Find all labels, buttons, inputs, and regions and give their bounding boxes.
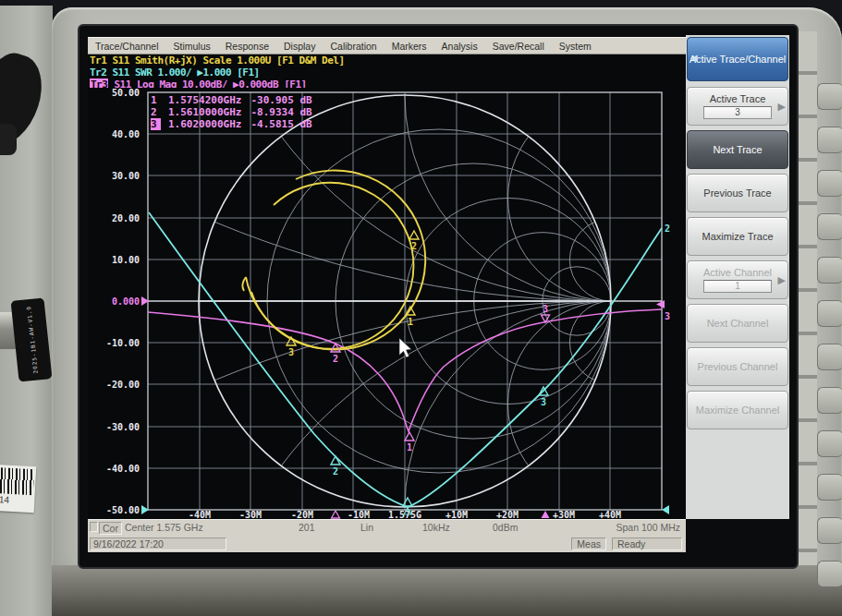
svg-text:-40M: -40M [189,510,211,519]
physical-softkey-1[interactable] [817,83,842,110]
bezel-bottom [52,565,842,616]
menu-system[interactable]: System [552,41,599,52]
physical-softkey-7[interactable] [817,344,842,370]
svg-text:+30M: +30M [553,510,575,519]
measurement-plot: 2 1 3 2 3 1 2 3 50.00 40.00 30.00 20.00 … [88,88,686,519]
cable-end [0,124,17,155]
trace2-definition: Tr2 S11 SWR 1.000/ ▶1.000 [F1] [90,66,686,79]
svg-text:2: 2 [333,466,338,477]
physical-softkey-9[interactable] [817,430,842,457]
svg-text:30.00: 30.00 [112,171,140,181]
correction-indicator: Cor [99,522,122,535]
menu-calibration[interactable]: Calibration [323,41,384,52]
meas-status: Meas [571,537,606,550]
svg-text:-50.00: -50.00 [106,505,140,515]
svg-text:-30M: -30M [239,510,262,519]
svg-text:1: 1 [408,317,413,327]
marker-row-1: 11.5754200GHz-30.905 dB [151,94,312,106]
menu-response[interactable]: Response [218,41,276,52]
span-frequency: Span 100 MHz [616,522,680,533]
menu-save-recall[interactable]: Save/Recall [485,41,552,52]
sweep-points: 201 [299,522,315,533]
center-frequency: Center 1.575 GHz [125,522,203,533]
menu-display[interactable]: Display [276,41,323,52]
vna-instrument-photo: 2025-1B1-AW-V1.0 014 Trace/Channel Stimu… [0,0,842,616]
physical-softkey-2[interactable] [817,127,842,153]
softkey-maximize-channel[interactable]: Maximize Channel [687,391,788,429]
physical-softkey-6[interactable] [817,300,842,327]
trace3-edge-label: 3 [665,311,670,321]
softkey-previous-channel[interactable]: Previous Channel [687,347,788,386]
back-arrow-icon: ◀ [690,53,698,63]
status-square [90,522,98,532]
svg-text:2: 2 [333,354,338,364]
ready-status: Ready [612,537,682,550]
svg-text:-20M: -20M [291,510,313,519]
marker-row-3-active: 31.6020000GHz-4.5815 dB [151,118,312,130]
menu-stimulus[interactable]: Stimulus [165,41,217,52]
svg-text:-30.00: -30.00 [106,422,140,432]
trace1-definition: Tr1 S11 Smith(R+jX) Scale 1.000U [F1 D&M… [90,54,686,66]
sweep-type: Lin [360,522,373,533]
barcode [0,467,34,495]
trace-definitions: Tr1 S11 Smith(R+jX) Scale 1.000U [F1 D&M… [90,54,686,91]
barcode-label: 014 [0,494,35,506]
svg-text:50.00: 50.00 [112,88,140,98]
physical-softkey-4[interactable] [817,213,842,240]
marker-table: 11.5754200GHz-30.905 dB 21.5610000GHz-8.… [151,94,312,130]
menu-bar: Trace/Channel Stimulus Response Display … [88,37,686,54]
adjacent-panel: 2025-1B1-AW-V1.0 014 [0,6,53,616]
softkey-maximize-trace[interactable]: Maximize Trace [687,217,788,256]
softkey-menu-title[interactable]: ◀ Active Trace/Channel [687,37,788,81]
svg-text:-10.00: -10.00 [106,338,140,348]
svg-text:0.000: 0.000 [112,296,140,307]
status-bar: Cor Center 1.575 GHz 201 Lin 10kHz 0dBm … [88,519,686,536]
svg-text:+10M: +10M [445,510,468,519]
submenu-arrow-icon: ▶ [778,274,786,286]
softkey-panel: ◀ Active Trace/Channel Active Trace 3 ▶ … [686,35,789,519]
submenu-arrow-icon: ▶ [778,101,786,113]
svg-text:1: 1 [407,442,412,453]
active-trace-value: 3 [703,106,772,119]
physical-softkey-11[interactable] [817,517,842,544]
barcode-sticker: 014 [0,465,36,513]
svg-text:3: 3 [543,304,548,314]
softkey-active-trace[interactable]: Active Trace 3 ▶ [687,87,788,126]
physical-softkey-10[interactable] [817,474,842,501]
svg-text:2: 2 [411,241,417,251]
softkey-next-channel[interactable]: Next Channel [687,304,788,343]
svg-text:+20M: +20M [496,510,519,519]
menu-trace-channel[interactable]: Trace/Channel [88,41,165,52]
if-bandwidth: 10kHz [422,522,450,533]
softkey-previous-trace[interactable]: Previous Trace [687,174,788,212]
svg-text:40.00: 40.00 [112,129,140,139]
physical-softkey-12[interactable] [817,561,842,587]
svg-text:-40.00: -40.00 [106,464,140,474]
physical-softkey-3[interactable] [817,170,842,197]
footer-bar: 9/16/2022 17:20 Meas Ready [88,536,686,552]
svg-text:+40M: +40M [599,510,621,519]
softkey-next-trace[interactable]: Next Trace [687,130,788,169]
trace2-edge-label: 2 [665,223,670,234]
cable-tag: 2025-1B1-AW-V1.0 [10,297,52,381]
datetime: 9/16/2022 17:20 [90,537,226,550]
svg-text:-10M: -10M [348,510,370,519]
svg-text:20.00: 20.00 [112,213,140,223]
svg-text:10.00: 10.00 [112,255,140,265]
active-channel-value: 1 [703,280,772,293]
menu-analysis[interactable]: Analysis [434,41,485,52]
svg-text:3: 3 [541,397,546,407]
physical-softkey-5[interactable] [817,257,842,284]
menu-markers[interactable]: Markers [384,41,434,52]
svg-text:-20.00: -20.00 [106,380,140,390]
marker-row-2: 21.5610000GHz-8.9334 dB [151,106,312,118]
softkey-active-channel[interactable]: Active Channel 1 ▶ [687,260,788,299]
svg-text:3: 3 [288,347,294,357]
output-power: 0dBm [493,522,518,533]
physical-softkey-8[interactable] [817,387,842,414]
